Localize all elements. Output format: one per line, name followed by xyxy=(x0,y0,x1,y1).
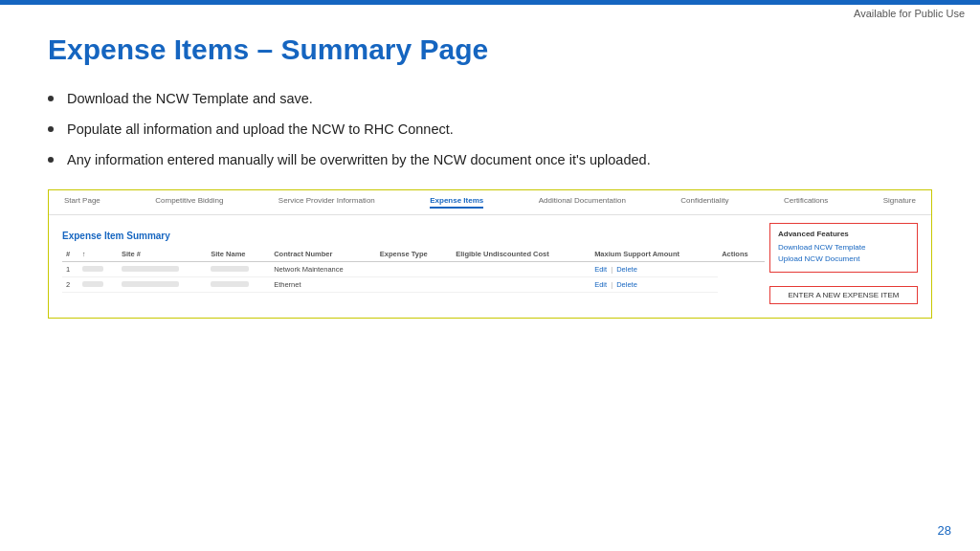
row1-site-name xyxy=(118,262,207,277)
delete-link-2[interactable]: Delete xyxy=(616,280,637,289)
row2-max-support xyxy=(452,277,590,293)
col-num: # xyxy=(62,247,78,262)
advanced-features-title: Advanced Features xyxy=(778,230,909,238)
col-eligible: Eligible Undiscounted Cost xyxy=(452,247,590,262)
advanced-features-box: Advanced Features Download NCW Template … xyxy=(769,223,918,273)
expense-summary-title: Expense Item Summary xyxy=(62,231,765,241)
row1-expense-type: Network Maintenance xyxy=(270,262,376,277)
row1-eligible xyxy=(376,262,452,277)
bullet-text-2: Populate all information and upload the … xyxy=(67,120,454,141)
main-content: Expense Items – Summary Page Download th… xyxy=(0,5,980,338)
col-expense-type: Expense Type xyxy=(376,247,452,262)
row2-site-num xyxy=(78,277,118,293)
row1-max-support xyxy=(452,262,590,277)
screenshot-right: Advanced Features Download NCW Template … xyxy=(765,223,918,304)
nav-competitive-bidding: Competitive Bidding xyxy=(155,196,223,209)
screenshot-body: Expense Item Summary # ↑ Site # Site Nam… xyxy=(49,215,931,318)
screenshot-nav: Start Page Competitive Bidding Service P… xyxy=(49,190,931,215)
col-arrow: ↑ xyxy=(78,247,118,262)
bullet-list: Download the NCW Template and save. Popu… xyxy=(48,89,932,170)
edit-link-2[interactable]: Edit xyxy=(594,280,607,289)
row1-site-num xyxy=(78,262,118,277)
row1-num: 1 xyxy=(62,262,78,277)
col-contract: Contract Number xyxy=(270,247,376,262)
col-actions: Actions xyxy=(718,247,765,262)
row1-contract xyxy=(207,262,270,277)
nav-start-page: Start Page xyxy=(64,196,100,209)
nav-confidentiality: Confidentiality xyxy=(680,196,728,209)
upload-ncw-link[interactable]: Upload NCW Document xyxy=(778,254,909,263)
bullet-text-1: Download the NCW Template and save. xyxy=(67,89,313,110)
nav-service-provider: Service Provider Information xyxy=(278,196,375,209)
edit-link-1[interactable]: Edit xyxy=(594,265,607,274)
col-site-num: Site # xyxy=(118,247,207,262)
table-row: 1 Network Maintenance Edit | Delete xyxy=(62,262,765,277)
bullet-dot xyxy=(48,157,54,163)
bullet-item-3: Any information entered manually will be… xyxy=(48,150,932,171)
table-row: 2 Ethernet Edit | Delete xyxy=(62,277,765,293)
bullet-dot xyxy=(48,126,54,132)
expense-table: # ↑ Site # Site Name Contract Number Exp… xyxy=(62,247,765,293)
page-title: Expense Items – Summary Page xyxy=(48,33,932,66)
row2-num: 2 xyxy=(62,277,78,293)
col-site-name: Site Name xyxy=(207,247,270,262)
row2-eligible xyxy=(376,277,452,293)
col-max-support: Maxium Support Amount xyxy=(590,247,718,262)
nav-expense-items: Expense Items xyxy=(430,196,483,209)
delete-link-1[interactable]: Delete xyxy=(616,265,637,274)
row2-site-name xyxy=(118,277,207,293)
bullet-text-3: Any information entered manually will be… xyxy=(67,150,651,171)
row2-contract xyxy=(207,277,270,293)
bullet-item-2: Populate all information and upload the … xyxy=(48,120,932,141)
screenshot-container: Start Page Competitive Bidding Service P… xyxy=(48,189,932,319)
screenshot-left: Expense Item Summary # ↑ Site # Site Nam… xyxy=(62,223,765,310)
row2-actions: Edit | Delete xyxy=(590,277,718,293)
row1-actions: Edit | Delete xyxy=(590,262,718,277)
availability-label: Available for Public Use xyxy=(854,8,965,19)
download-ncw-link[interactable]: Download NCW Template xyxy=(778,243,909,252)
enter-expense-button[interactable]: ENTER A NEW EXPENSE ITEM xyxy=(769,286,918,304)
nav-signature: Signature xyxy=(883,196,916,209)
bullet-dot xyxy=(48,96,54,101)
bullet-item-1: Download the NCW Template and save. xyxy=(48,89,932,110)
nav-additional-docs: Additional Documentation xyxy=(539,196,626,209)
row2-expense-type: Ethernet xyxy=(270,277,376,293)
page-number: 28 xyxy=(938,523,951,538)
nav-certifications: Certifications xyxy=(784,196,828,209)
